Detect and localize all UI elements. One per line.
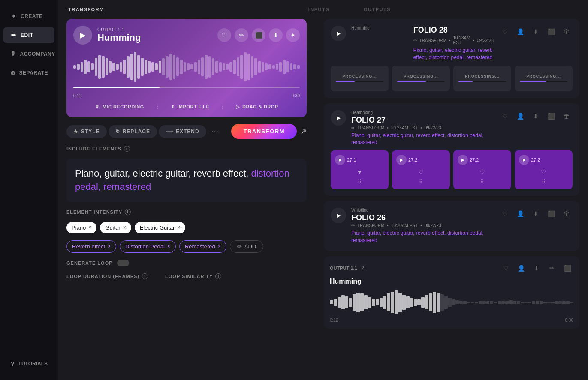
play-btn-folio28[interactable]: ▶ [331,26,346,41]
tag-remastered-label: Remastered [185,243,215,250]
tag-electric-guitar[interactable]: Electric Guitar × [135,222,186,233]
var-dots-27-2[interactable]: ⠿ [419,179,423,185]
folio28-favorite-btn[interactable]: ♡ [499,26,511,38]
var-dots-27-4[interactable]: ⠿ [542,179,546,185]
folio27-description: Piano, guitar, electric guitar, reverb e… [351,132,494,147]
tab-extend[interactable]: ⟶ EXTEND [159,125,206,138]
sidebar-item-accompany[interactable]: 🎙 ACCOMPANY [3,46,54,62]
waveform-bar [265,63,268,71]
waveform-bar [116,64,118,70]
include-elements-info[interactable]: i [124,146,130,152]
output-favorite-btn[interactable]: ♡ [500,262,512,274]
mic-recording-option[interactable]: 🎙 MIC RECORDING [95,104,144,109]
variation-27-2[interactable]: ▶ 27.2 ♡ ⠿ [392,150,450,189]
output-card-link[interactable]: ↗ [361,265,365,271]
import-file-option[interactable]: ⬆ IMPORT FILE [171,104,210,110]
waveform-save-btn[interactable]: ⬛ [252,28,265,42]
output-waveform-bar [452,299,455,305]
tag-electric-guitar-close[interactable]: × [177,225,180,230]
more-tabs-btn[interactable]: ⋯ [208,126,222,137]
tag-remastered[interactable]: Remastered × [179,240,226,253]
var-play-btn-27-1[interactable]: ▶ [335,155,345,165]
output-download-btn[interactable]: ⬇ [531,262,543,274]
var-heart-27-1[interactable]: ♥ [358,168,361,175]
waveform-favorite-btn[interactable]: ♡ [217,28,231,42]
folio28-user-btn[interactable]: 👤 [514,26,526,38]
output-waveform-bar [498,301,501,304]
tag-piano-close[interactable]: × [88,225,91,230]
var-play-btn-27-3[interactable]: ▶ [458,155,468,165]
var-dots-27-3[interactable]: ⠿ [480,179,484,185]
var-label-27-1: 27.1 [347,157,356,162]
play-button-main[interactable]: ▶ [73,26,92,45]
variation-27-3[interactable]: ▶ 27.2 ♡ ⠿ [453,150,511,189]
transform-button[interactable]: TRANSFORM [231,124,297,139]
tag-piano[interactable]: Piano × [66,222,96,233]
waveform-progress[interactable] [73,87,300,88]
output-waveform-bar [330,300,333,304]
generate-loop-toggle[interactable] [117,260,129,266]
var-heart-27-3[interactable]: ♡ [479,168,485,175]
sidebar-item-separate[interactable]: ⊕ SEPARATE [3,65,54,81]
folio26-delete-btn[interactable]: 🗑 [561,208,573,220]
waveform-more-btn[interactable]: ✦ [286,28,300,42]
variation-27-1[interactable]: ▶ 27.1 ♥ ⠿ [331,150,389,189]
output-waveform-bar [479,301,482,304]
tag-reverb-close[interactable]: × [108,244,111,249]
output-share-btn[interactable]: ⬛ [561,262,573,274]
output-edit-btn[interactable]: ✏ [546,262,558,274]
var-heart-27-4[interactable]: ♡ [541,168,546,175]
folio26-favorite-btn[interactable]: ♡ [499,208,511,220]
drag-drop-option[interactable]: ▷ DRAG & DROP [236,104,278,110]
waveform-edit-btn[interactable]: ✏ [235,28,248,42]
folio28-delete-btn[interactable]: 🗑 [561,26,573,38]
output-dislike-btn[interactable]: 👤 [515,262,527,274]
var-play-btn-27-2[interactable]: ▶ [396,155,407,165]
play-btn-folio27[interactable]: ▶ [331,110,346,126]
folio27-delete-btn[interactable]: 🗑 [561,110,573,122]
output-waveform-bar [398,293,402,312]
tag-remastered-close[interactable]: × [218,244,221,249]
tag-distortion-close[interactable]: × [167,244,170,249]
drag-label: DRAG & DROP [242,104,278,109]
element-intensity-info[interactable]: i [125,209,131,215]
add-element-button[interactable]: ✏ ADD [230,240,263,253]
inputs-label: INPUTS [308,7,329,12]
folio26-user-btn[interactable]: 👤 [514,208,526,220]
tag-distortion[interactable]: Distortion Pedal × [120,240,176,253]
top-bar: TRANSFORM INPUTS OUTPUTS [58,0,588,19]
include-elements-text: INCLUDE ELEMENTS [66,146,121,151]
sidebar-item-create[interactable]: ✦ CREATE [3,9,54,24]
waveform-bar [91,63,93,71]
left-panel: ▶ OUTPUT 1.1 Humming ♡ ✏ ⬛ ⬇ ✦ [58,19,315,380]
var-dots-27-1[interactable]: ⠿ [358,179,362,185]
var-heart-27-2[interactable]: ♡ [418,168,424,175]
folio28-copy-btn[interactable]: ⬛ [545,26,557,38]
waveform-download-btn[interactable]: ⬇ [269,28,283,42]
waveform-bar [155,63,157,71]
tag-reverb[interactable]: Reverb effect × [66,240,116,253]
tag-electric-guitar-label: Electric Guitar [140,224,175,231]
tag-guitar-close[interactable]: × [123,225,126,230]
folio27-download-btn[interactable]: ⬇ [530,110,542,122]
loop-similarity-info[interactable]: i [215,273,221,279]
tag-guitar[interactable]: Guitar × [100,222,131,233]
output-waveform-bar [444,296,448,309]
folio26-copy-btn[interactable]: ⬛ [545,208,557,220]
tab-replace[interactable]: ↻ REPLACE [109,125,157,138]
folio27-user-btn[interactable]: 👤 [514,110,526,122]
folio27-copy-btn[interactable]: ⬛ [545,110,557,122]
prompt-box[interactable]: Piano, guitar, electric guitar, reverb e… [66,159,307,202]
play-btn-folio26[interactable]: ▶ [331,208,346,223]
folio28-download-btn[interactable]: ⬇ [530,26,542,38]
folio27-favorite-btn[interactable]: ♡ [499,110,511,122]
folio26-download-btn[interactable]: ⬇ [530,208,542,220]
waveform-bar [102,56,104,78]
time-end: 0:30 [292,93,300,98]
sidebar-item-edit[interactable]: ✏ EDIT [3,27,54,43]
var-play-btn-27-4[interactable]: ▶ [519,155,529,165]
sidebar-item-tutorials[interactable]: ? TUTORIALS [3,356,54,371]
loop-duration-info[interactable]: i [142,273,148,279]
variation-27-4[interactable]: ▶ 27.2 ♡ ⠿ [515,150,573,189]
tab-style[interactable]: ★ STYLE [66,125,107,138]
